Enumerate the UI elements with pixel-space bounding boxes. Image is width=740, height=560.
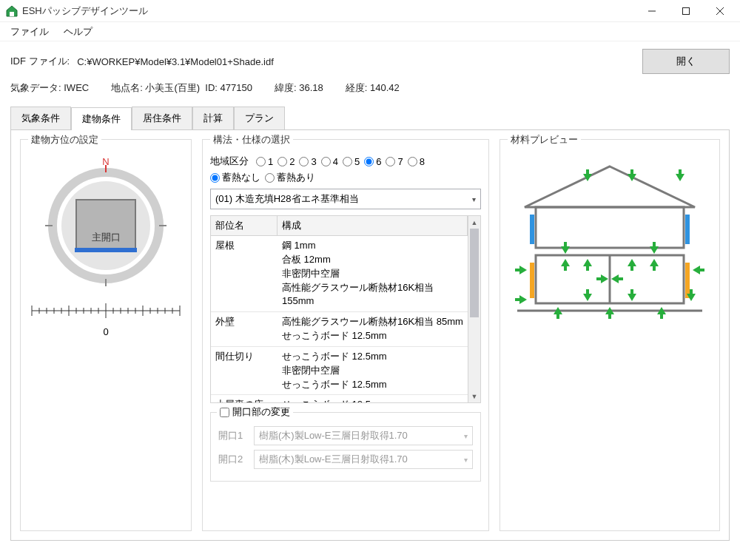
tab-weather[interactable]: 気象条件 xyxy=(10,107,71,129)
svg-rect-80 xyxy=(586,289,589,295)
region-6[interactable]: 6 xyxy=(364,156,381,167)
svg-rect-54 xyxy=(653,242,656,248)
svg-rect-66 xyxy=(617,277,623,280)
menu-bar: ファイル ヘルプ xyxy=(0,22,740,41)
compass-icon[interactable]: N 主開口 xyxy=(32,152,180,300)
storage-yes[interactable]: 蓄熱あり xyxy=(265,171,315,184)
svg-rect-52 xyxy=(564,242,567,248)
idf-row: IDF ファイル: C:¥WORKEP¥Model¥3.1¥Model01+Sh… xyxy=(0,41,740,78)
opening-change-checkbox[interactable] xyxy=(220,408,229,417)
table-scrollbar[interactable]: ▲ ▼ xyxy=(468,216,480,402)
id-value: 477150 xyxy=(221,82,252,93)
svg-rect-38 xyxy=(536,207,684,248)
region-8[interactable]: 8 xyxy=(408,156,425,167)
storage-radio-row: 蓄熱なし 蓄熱あり xyxy=(210,171,481,184)
table-row[interactable]: 小屋裏の床せっこうボード 12.5mm xyxy=(211,395,468,402)
comp-cell: 高性能グラスウール断熱材16K相当 85mmせっこうボード 12.5mm xyxy=(278,312,468,346)
maximize-button[interactable] xyxy=(669,0,703,22)
opening-change-label: 開口部の変更 xyxy=(232,405,290,419)
spec-combo[interactable]: (01) 木造充填H28省エネ基準相当 ▾ xyxy=(210,189,481,209)
weather-value: IWEC xyxy=(64,82,89,93)
svg-rect-70 xyxy=(699,269,704,271)
scroll-up-icon[interactable]: ▲ xyxy=(468,216,480,229)
lat-value: 36.18 xyxy=(299,82,323,93)
svg-rect-44 xyxy=(685,263,690,298)
region-5[interactable]: 5 xyxy=(343,156,360,167)
loc-value: 小美玉(百里) xyxy=(145,82,200,93)
open2-combo: 樹脂(木)製Low-E三層日射取得1.70 ▾ xyxy=(254,450,473,469)
menu-file[interactable]: ファイル xyxy=(4,24,55,40)
spec-legend: 構法・仕様の選択 xyxy=(210,133,293,146)
group-orientation: 建物方位の設定 N 主開口 xyxy=(20,139,192,531)
svg-rect-84 xyxy=(690,289,693,295)
title-bar: ESHパッシブデザインツール xyxy=(0,0,740,22)
lat-label: 緯度: xyxy=(275,82,297,93)
scroll-thumb[interactable] xyxy=(470,229,479,317)
chevron-down-icon: ▾ xyxy=(464,456,468,464)
svg-rect-58 xyxy=(586,265,589,271)
svg-rect-8 xyxy=(76,200,135,252)
spec-table: 部位名 構成 屋根鋼 1mm合板 12mm非密閉中空層高性能グラスウール断熱材1… xyxy=(210,215,481,403)
house-preview-icon xyxy=(514,159,706,329)
close-button[interactable] xyxy=(703,0,737,22)
open-button[interactable]: 開く xyxy=(642,49,730,74)
chevron-down-icon: ▾ xyxy=(472,195,476,203)
app-icon xyxy=(6,5,18,17)
orientation-value: 0 xyxy=(103,326,108,337)
window-title: ESHパッシブデザインツール xyxy=(22,4,635,18)
tab-building[interactable]: 建物条件 xyxy=(71,107,132,130)
lon-value: 140.42 xyxy=(370,82,400,93)
svg-rect-72 xyxy=(515,298,521,301)
table-row[interactable]: 間仕切りせっこうボード 12.5mm非密閉中空層せっこうボード 12.5mm xyxy=(211,347,468,396)
chevron-down-icon: ▾ xyxy=(464,432,468,440)
svg-rect-48 xyxy=(630,169,633,175)
svg-rect-60 xyxy=(630,265,633,271)
region-3[interactable]: 3 xyxy=(299,156,316,167)
region-1[interactable]: 1 xyxy=(256,156,273,167)
svg-rect-78 xyxy=(660,313,663,319)
svg-rect-68 xyxy=(515,269,521,271)
id-label: ID: xyxy=(205,82,218,93)
svg-rect-76 xyxy=(608,313,611,319)
table-row[interactable]: 屋根鋼 1mm合板 12mm非密閉中空層高性能グラスウール断熱材16K相当 15… xyxy=(211,236,468,312)
comp-cell: せっこうボード 12.5mm非密閉中空層せっこうボード 12.5mm xyxy=(278,347,468,395)
region-radio-row: 地域区分 1 2 3 4 5 6 7 8 xyxy=(210,155,481,168)
table-header-comp: 構成 xyxy=(278,216,468,235)
svg-rect-42 xyxy=(685,215,690,244)
meta-row: 気象データ: IWEC 地点名: 小美玉(百里) ID: 477150 緯度: … xyxy=(0,78,740,107)
svg-rect-50 xyxy=(679,169,682,175)
region-2[interactable]: 2 xyxy=(278,156,295,167)
table-row[interactable]: 外壁高性能グラスウール断熱材16K相当 85mmせっこうボード 12.5mm xyxy=(211,312,468,347)
spec-combo-value: (01) 木造充填H28省エネ基準相当 xyxy=(215,192,359,206)
scroll-down-icon[interactable]: ▼ xyxy=(468,390,480,402)
idf-path: C:¥WORKEP¥Model¥3.1¥Model01+Shade.idf xyxy=(77,56,274,67)
group-spec: 構法・仕様の選択 地域区分 1 2 3 4 5 6 7 8 蓄熱なし 蓄熱あり … xyxy=(202,139,489,531)
tab-calc[interactable]: 計算 xyxy=(192,107,234,129)
open2-label: 開口2 xyxy=(218,453,248,466)
tab-living[interactable]: 居住条件 xyxy=(132,107,192,129)
open1-combo: 樹脂(木)製Low-E三層日射取得1.70 ▾ xyxy=(254,426,473,445)
menu-help[interactable]: ヘルプ xyxy=(58,24,98,40)
svg-rect-82 xyxy=(630,289,633,295)
tab-plan[interactable]: プラン xyxy=(234,107,285,129)
open1-label: 開口1 xyxy=(218,429,248,442)
part-cell: 間仕切り xyxy=(211,347,278,395)
region-4[interactable]: 4 xyxy=(321,156,338,167)
opening-subgroup: 開口部の変更 開口1 樹脂(木)製Low-E三層日射取得1.70 ▾ 開口2 樹… xyxy=(210,412,481,482)
part-cell: 外壁 xyxy=(211,312,278,346)
group-preview: 材料プレビュー xyxy=(500,139,720,531)
minimize-button[interactable] xyxy=(635,0,669,22)
svg-rect-9 xyxy=(75,248,137,252)
orientation-scale[interactable] xyxy=(28,300,184,322)
storage-none[interactable]: 蓄熱なし xyxy=(210,171,260,184)
weather-label: 気象データ: xyxy=(10,82,61,93)
comp-cell: 鋼 1mm合板 12mm非密閉中空層高性能グラスウール断熱材16K相当 155m… xyxy=(278,236,468,311)
svg-rect-56 xyxy=(564,265,567,271)
svg-rect-46 xyxy=(586,169,589,175)
svg-rect-43 xyxy=(530,263,534,298)
lon-label: 経度: xyxy=(346,82,368,93)
region-label: 地域区分 xyxy=(210,155,249,168)
region-7[interactable]: 7 xyxy=(386,156,403,167)
orientation-legend: 建物方位の設定 xyxy=(28,133,101,146)
svg-rect-62 xyxy=(653,265,656,271)
